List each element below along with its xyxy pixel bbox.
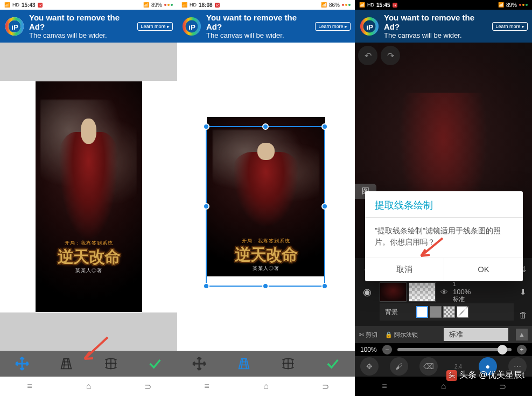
canvas-area[interactable]: 开局：我靠签到系统 逆天改命 某某人◎著 bbox=[0, 43, 177, 351]
layer-options-bar: ✄剪切 🔒阿尔法锁 标准 ▲ bbox=[355, 326, 532, 343]
visibility-icon[interactable]: 👁 bbox=[438, 288, 451, 296]
ad-cta-button[interactable]: Learn more ▸ bbox=[315, 22, 351, 31]
cover-image[interactable]: 开局：我靠签到系统 逆天改命 某某人◎著 bbox=[36, 81, 142, 312]
perspective-tool[interactable] bbox=[57, 354, 76, 373]
top-toolbar: ↶ ↷ bbox=[355, 43, 532, 68]
download-button[interactable]: ⬇ bbox=[514, 281, 532, 303]
redo-button[interactable]: ↷ bbox=[381, 46, 400, 65]
handle-bot-mid[interactable] bbox=[262, 283, 269, 289]
screen-1: 📶 HD 15:43 R 📶 89% iP You want to remove… bbox=[0, 0, 177, 396]
swatch-checker[interactable] bbox=[443, 306, 455, 318]
filter-dialog: 提取线条绘制 "提取线条绘制"滤镜适用于线条图的照片。你想启用吗？ 取消 OK bbox=[365, 191, 523, 281]
camera-button[interactable]: ◉ bbox=[355, 281, 380, 303]
signal-icon: 📶 bbox=[181, 2, 187, 8]
menu-button[interactable]: ≡ bbox=[363, 381, 406, 391]
handle-top-mid[interactable] bbox=[262, 123, 269, 130]
swatch-white[interactable] bbox=[416, 306, 428, 318]
status-bar: 📶 HD 18:08 R 📶 86% bbox=[177, 0, 355, 10]
app-logo-icon: iP bbox=[4, 16, 25, 37]
eraser-tool[interactable]: ⌫ bbox=[419, 357, 438, 376]
delete-button[interactable]: 🗑 bbox=[514, 303, 532, 326]
ad-cta-button[interactable]: Learn more ▸ bbox=[137, 22, 173, 31]
dialog-title: 提取线条绘制 bbox=[365, 191, 523, 218]
brush-tool[interactable]: 🖌 bbox=[390, 357, 408, 376]
menu-button[interactable]: ≡ bbox=[8, 381, 51, 391]
dialog-cancel-button[interactable]: 取消 bbox=[365, 258, 444, 281]
cover-author: 某某人◎著 bbox=[36, 267, 142, 274]
slider-plus[interactable]: + bbox=[517, 345, 527, 355]
back-button[interactable]: ⊃ bbox=[126, 381, 169, 392]
status-bar: 📶 HD 15:45 R 📶 89% bbox=[355, 0, 532, 10]
handle-mid-right[interactable] bbox=[321, 203, 328, 210]
back-button[interactable]: ⊃ bbox=[481, 381, 524, 392]
swatch-custom[interactable] bbox=[457, 306, 468, 318]
layer-thumbnail bbox=[380, 282, 407, 302]
pan-tool[interactable]: ✥ bbox=[360, 357, 379, 376]
dialog-ok-button[interactable]: OK bbox=[444, 258, 523, 281]
blend-dropdown[interactable]: 标准 bbox=[444, 328, 508, 341]
svg-text:iP: iP bbox=[366, 23, 373, 31]
home-button[interactable]: ⌂ bbox=[422, 381, 465, 391]
bg-swatches bbox=[414, 306, 471, 318]
transform-toolbar bbox=[0, 351, 177, 377]
slider-minus[interactable]: − bbox=[382, 345, 392, 355]
ad-subtitle: The canvas will be wider. bbox=[384, 32, 488, 40]
handle-top-left[interactable] bbox=[203, 123, 209, 130]
battery-text: 86% bbox=[329, 2, 340, 8]
mesh-tool[interactable] bbox=[101, 354, 121, 373]
app-logo-icon: iP bbox=[181, 16, 202, 37]
layer-thumbnail bbox=[409, 282, 436, 302]
confirm-button[interactable] bbox=[323, 354, 342, 373]
watermark: 头 头条 @优美星辰t bbox=[446, 370, 524, 381]
slider-track[interactable] bbox=[397, 348, 512, 351]
svg-text:iP: iP bbox=[188, 23, 195, 31]
move-tool[interactable] bbox=[12, 354, 32, 373]
cover-title: 逆天改命 bbox=[36, 249, 142, 265]
layer-opacity: 100% bbox=[453, 288, 513, 296]
swatch-gray[interactable] bbox=[430, 306, 442, 318]
handle-mid-left[interactable] bbox=[203, 203, 209, 210]
ad-subtitle: The canvas will be wider. bbox=[206, 32, 311, 40]
screen-2: 📶 HD 18:08 R 📶 86% iP You want to remove… bbox=[177, 0, 355, 396]
menu-button[interactable]: ≡ bbox=[185, 381, 228, 391]
layer-name: 1 bbox=[453, 281, 513, 288]
home-button[interactable]: ⌂ bbox=[244, 381, 288, 391]
undo-button[interactable]: ↶ bbox=[358, 46, 377, 65]
handle-top-right[interactable] bbox=[321, 123, 328, 130]
slider-knob[interactable] bbox=[498, 345, 507, 355]
cover-subtitle: 开局：我靠签到系统 bbox=[36, 240, 142, 247]
clip-button[interactable]: ✄剪切 bbox=[359, 331, 377, 339]
ad-banner[interactable]: iP You want to remove the Ad? The canvas… bbox=[355, 10, 532, 43]
confirm-button[interactable] bbox=[145, 354, 165, 373]
ad-subtitle: The canvas will be wider. bbox=[29, 32, 133, 40]
ad-cta-button[interactable]: Learn more ▸ bbox=[492, 22, 528, 31]
dialog-body: "提取线条绘制"滤镜适用于线条图的照片。你想启用吗？ bbox=[365, 218, 523, 258]
battery-text: 89% bbox=[506, 2, 517, 8]
svg-text:iP: iP bbox=[11, 23, 18, 31]
status-time: 15:43 bbox=[22, 2, 36, 8]
nav-bar: ≡ ⌂ ⊃ bbox=[0, 377, 177, 396]
ad-banner[interactable]: iP You want to remove the Ad? The canvas… bbox=[177, 10, 355, 43]
hd-icon: HD bbox=[367, 2, 374, 8]
canvas-area[interactable]: 开局：我靠签到系统 逆天改命 某某人◎著 bbox=[177, 43, 355, 351]
ad-title: You want to remove the Ad? bbox=[29, 13, 133, 32]
selection-box[interactable] bbox=[206, 126, 325, 287]
perspective-tool[interactable] bbox=[234, 354, 254, 373]
handle-bot-left[interactable] bbox=[203, 283, 209, 289]
slider-value: 100% bbox=[360, 346, 377, 353]
screen-3: 📶 HD 15:45 R 📶 89% iP You want to remove… bbox=[355, 0, 532, 396]
ad-banner[interactable]: iP You want to remove the Ad? The canvas… bbox=[0, 10, 177, 43]
layer-row[interactable]: 👁 1 100% 标准 bbox=[380, 281, 514, 303]
back-button[interactable]: ⊃ bbox=[304, 381, 347, 392]
wifi-icon: 📶 bbox=[143, 2, 149, 8]
mesh-tool[interactable] bbox=[278, 354, 298, 373]
move-tool[interactable] bbox=[190, 354, 209, 373]
handle-bot-right[interactable] bbox=[321, 283, 328, 289]
alpha-lock-button[interactable]: 🔒阿尔法锁 bbox=[385, 331, 418, 339]
app-logo-icon: iP bbox=[359, 16, 380, 37]
collapse-button[interactable]: ▲ bbox=[516, 329, 528, 341]
home-button[interactable]: ⌂ bbox=[67, 381, 110, 391]
transform-toolbar bbox=[177, 351, 355, 377]
ad-title: You want to remove the Ad? bbox=[384, 13, 488, 32]
ad-title: You want to remove the Ad? bbox=[206, 13, 311, 32]
